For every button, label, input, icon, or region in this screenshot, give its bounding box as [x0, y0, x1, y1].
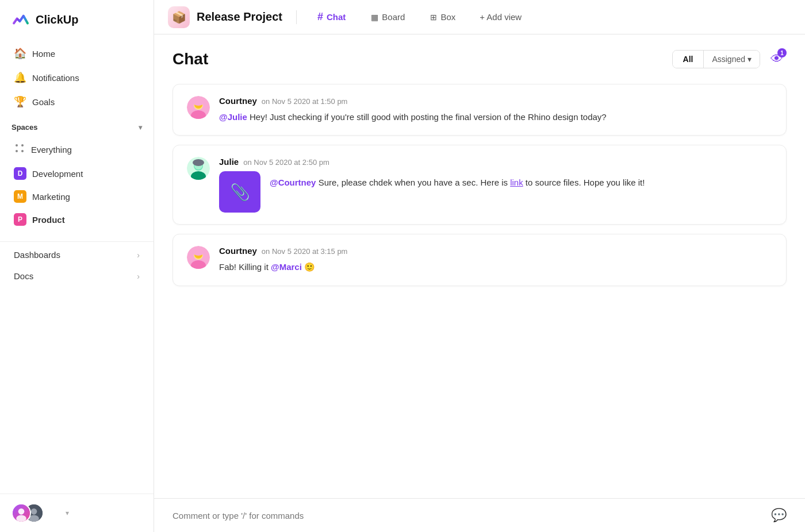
message-2-time: on Nov 5 2020 at 2:50 pm — [243, 158, 329, 167]
message-2-text: @Courtney Sure, please chdek when you ha… — [270, 171, 645, 189]
spaces-label: Spaces — [12, 123, 38, 132]
sidebar-item-goals[interactable]: 🏆 Goals — [7, 90, 147, 114]
filter-tabs: All Assigned ▾ — [672, 50, 760, 68]
svg-point-1 — [21, 144, 24, 147]
svg-point-0 — [16, 144, 18, 147]
avatar-s — [12, 503, 31, 523]
mention-julie: @Julie — [219, 112, 247, 122]
sidebar-item-dashboards[interactable]: Dashboards › — [7, 244, 147, 265]
sidebar-item-everything[interactable]: Everything — [7, 137, 147, 162]
svg-point-19 — [193, 159, 204, 166]
message-2-content-1: Sure, please chdek when you have a sec. … — [319, 178, 511, 187]
dashboards-chevron-icon: › — [137, 250, 140, 260]
svg-point-2 — [16, 150, 18, 152]
dashboards-label: Dashboards — [14, 250, 60, 260]
sidebar-nav: 🏠 Home 🔔 Notifications 🏆 Goals — [0, 39, 154, 116]
message-1-body: Courtney on Nov 5 2020 at 1:50 pm @Julie… — [219, 96, 772, 124]
chat-messages: Courtney on Nov 5 2020 at 1:50 pm @Julie… — [154, 79, 805, 498]
sidebar-item-product-label: Product — [32, 215, 65, 225]
tab-chat[interactable]: # Chat — [310, 7, 352, 26]
message-3: Courtney on Nov 5 2020 at 3:15 pm Fab! K… — [172, 234, 787, 286]
message-3-time: on Nov 5 2020 at 3:15 pm — [262, 247, 348, 256]
sidebar-item-notifications-label: Notifications — [32, 73, 79, 83]
spaces-list: Everything D Development M Marketing P P… — [0, 136, 154, 232]
sidebar-item-home-label: Home — [32, 49, 55, 59]
sidebar-item-development-label: Development — [32, 169, 83, 179]
add-view-label: + Add view — [480, 12, 522, 22]
sidebar-bottom-section: Dashboards › Docs › — [0, 241, 154, 289]
mention-marci: @Marci — [271, 262, 302, 272]
svg-point-8 — [31, 508, 37, 515]
chat-content: Chat All Assigned ▾ 👁 1 — [154, 34, 805, 532]
message-1-time: on Nov 5 2020 at 1:50 pm — [262, 97, 348, 106]
sidebar-item-marketing-label: Marketing — [32, 192, 70, 202]
project-icon: 📦 — [168, 6, 190, 28]
attachment-icon: 📎 — [219, 171, 260, 213]
filter-all-button[interactable]: All — [673, 51, 704, 68]
marketing-badge: M — [14, 190, 26, 203]
project-title: Release Project — [197, 10, 282, 24]
docs-label: Docs — [14, 271, 33, 281]
logo-text: ClickUp — [36, 13, 78, 26]
courtney-avatar-2 — [187, 246, 210, 269]
sidebar-item-home[interactable]: 🏠 Home — [7, 41, 147, 65]
message-3-text: Fab! Killing it @Marci 🙂 — [219, 260, 772, 273]
tab-board[interactable]: ▦ Board — [364, 9, 412, 25]
message-1-author: Courtney — [219, 96, 257, 106]
message-3-emoji: 🙂 — [304, 262, 315, 272]
sidebar-item-marketing[interactable]: M Marketing — [7, 185, 147, 208]
message-1: Courtney on Nov 5 2020 at 1:50 pm @Julie… — [172, 84, 787, 136]
eye-badge: 1 — [777, 48, 787, 57]
message-3-body: Courtney on Nov 5 2020 at 3:15 pm Fab! K… — [219, 246, 772, 273]
message-2: Julie on Nov 5 2020 at 2:50 pm 📎 @Courtn… — [172, 145, 787, 225]
message-3-header: Courtney on Nov 5 2020 at 3:15 pm — [219, 246, 772, 256]
product-badge: P — [14, 213, 26, 226]
message-2-link[interactable]: link — [510, 178, 523, 187]
home-icon: 🏠 — [14, 47, 26, 60]
comment-speech-icon: 💬 — [771, 508, 787, 523]
sidebar-item-product[interactable]: P Product — [7, 208, 147, 231]
svg-point-14 — [193, 100, 204, 106]
box-icon: ⊞ — [430, 13, 437, 22]
tab-box[interactable]: ⊞ Box — [423, 9, 462, 25]
message-1-text: @Julie Hey! Just checking if you're stil… — [219, 110, 772, 124]
footer-chevron-icon[interactable]: ▾ — [66, 509, 69, 517]
main-content: 📦 Release Project # Chat ▦ Board ⊞ Box +… — [154, 0, 805, 532]
trophy-icon: 🏆 — [14, 95, 26, 108]
development-badge: D — [14, 167, 26, 180]
julie-avatar — [187, 157, 210, 180]
svg-point-6 — [16, 515, 26, 522]
clickup-logo-icon — [12, 10, 30, 29]
chat-title: Chat — [172, 50, 208, 68]
eye-button[interactable]: 👁 1 — [767, 48, 787, 70]
message-2-header: Julie on Nov 5 2020 at 2:50 pm — [219, 157, 772, 167]
sidebar-item-docs[interactable]: Docs › — [7, 265, 147, 287]
svg-point-5 — [18, 508, 25, 515]
tab-board-label: Board — [382, 12, 405, 22]
chat-hash-icon: # — [317, 11, 323, 23]
bell-icon: 🔔 — [14, 71, 26, 84]
svg-point-24 — [193, 250, 204, 256]
message-3-author: Courtney — [219, 246, 257, 256]
chat-header: Chat All Assigned ▾ 👁 1 — [154, 34, 805, 79]
message-1-header: Courtney on Nov 5 2020 at 1:50 pm — [219, 96, 772, 106]
sidebar-item-everything-label: Everything — [31, 145, 72, 155]
filter-assigned-dropdown[interactable]: Assigned ▾ — [704, 51, 760, 68]
filter-assigned-label: Assigned — [712, 55, 745, 64]
message-3-content-1: Fab! Killing it — [219, 262, 271, 272]
comment-bar: 💬 — [154, 498, 805, 532]
comment-input[interactable] — [172, 511, 771, 521]
sidebar-footer: ▾ — [0, 494, 154, 532]
sidebar-item-development[interactable]: D Development — [7, 162, 147, 185]
topbar: 📦 Release Project # Chat ▦ Board ⊞ Box +… — [154, 0, 805, 34]
spaces-section-header[interactable]: Spaces ▾ — [0, 116, 154, 136]
sidebar: ClickUp 🏠 Home 🔔 Notifications 🏆 Goals S… — [0, 0, 154, 532]
sidebar-item-notifications[interactable]: 🔔 Notifications — [7, 65, 147, 90]
message-2-author: Julie — [219, 157, 239, 167]
svg-point-3 — [21, 150, 24, 152]
message-2-content-2: to source files. Hope you like it! — [526, 178, 645, 187]
add-view-button[interactable]: + Add view — [474, 9, 527, 25]
topbar-divider — [296, 10, 297, 24]
sidebar-item-goals-label: Goals — [32, 97, 55, 107]
logo-area: ClickUp — [0, 0, 154, 39]
